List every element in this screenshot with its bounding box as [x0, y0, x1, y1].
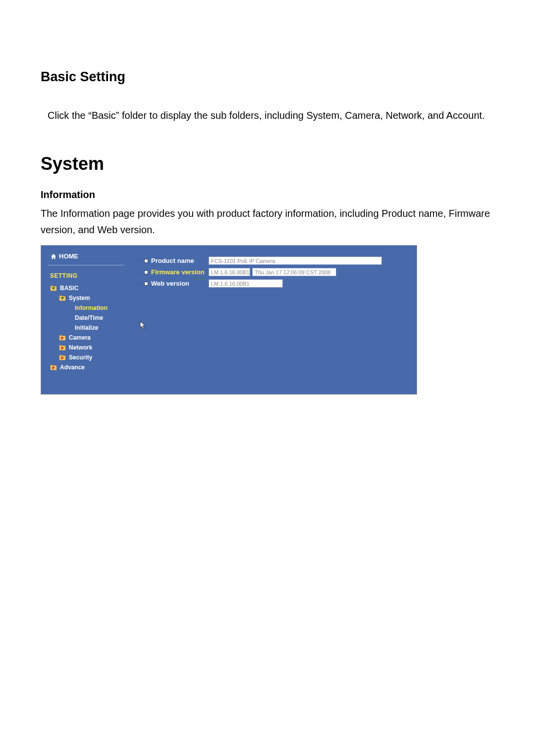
- row-product-name: Product name FCS-1101 PoE IP Camera: [144, 256, 411, 265]
- sidebar-item-network[interactable]: Network: [48, 343, 133, 353]
- firmware-version-label: Firmware version: [151, 268, 209, 276]
- basic-setting-paragraph: Click the “Basic” folder to display the …: [41, 107, 494, 124]
- sidebar-item-label: Network: [69, 344, 92, 351]
- system-heading: System: [41, 153, 494, 174]
- product-name-value: FCS-1101 PoE IP Camera: [209, 256, 382, 265]
- row-web-version: Web version LM.1.6.16.00B1: [144, 279, 411, 288]
- sidebar-item-information[interactable]: Information: [48, 303, 133, 313]
- web-version-value: LM.1.6.16.00B1: [209, 279, 283, 288]
- sidebar-item-label: Initialize: [75, 324, 98, 331]
- sidebar-divider: [48, 265, 124, 265]
- sidebar-item-basic[interactable]: BASIC: [48, 283, 133, 293]
- bullet-icon: [144, 270, 148, 274]
- folder-closed-icon: [59, 354, 66, 360]
- sidebar-item-security[interactable]: Security: [48, 353, 133, 362]
- web-version-label: Web version: [151, 280, 209, 287]
- sidebar-item-label: Advance: [60, 364, 85, 371]
- sidebar-item-label: Information: [75, 304, 107, 311]
- folder-open-icon: [59, 295, 66, 301]
- setting-label: SETTING: [48, 272, 133, 279]
- home-label: HOME: [59, 252, 78, 260]
- sidebar: HOME SETTING BASIC System Information Da…: [41, 246, 133, 394]
- mouse-cursor-icon: [140, 321, 147, 330]
- settings-screenshot: HOME SETTING BASIC System Information Da…: [41, 245, 417, 395]
- product-name-label: Product name: [151, 257, 209, 264]
- folder-closed-icon: [50, 364, 57, 370]
- sidebar-item-system[interactable]: System: [48, 293, 133, 303]
- content-panel: Product name FCS-1101 PoE IP Camera Firm…: [133, 246, 417, 394]
- bullet-icon: [144, 259, 148, 263]
- information-paragraph: The Information page provides you with p…: [41, 205, 494, 238]
- sidebar-item-datetime[interactable]: Date/Time: [48, 313, 133, 323]
- sidebar-item-label: System: [69, 295, 90, 302]
- firmware-version-value: LM.1.6.16.00B1: [209, 268, 250, 276]
- row-firmware-version: Firmware version LM.1.6.16.00B1 Thu Jan …: [144, 268, 411, 276]
- home-icon: [50, 253, 57, 259]
- bullet-icon: [144, 282, 148, 286]
- sidebar-item-label: Date/Time: [75, 314, 103, 321]
- sidebar-item-initialize[interactable]: Initialize: [48, 323, 133, 333]
- sidebar-item-camera[interactable]: Camera: [48, 333, 133, 343]
- home-link[interactable]: HOME: [48, 252, 133, 265]
- basic-setting-heading: Basic Setting: [41, 69, 494, 85]
- sidebar-item-label: Security: [69, 354, 92, 361]
- information-subheading: Information: [41, 189, 494, 201]
- folder-open-icon: [50, 285, 57, 291]
- sidebar-item-label: Camera: [69, 334, 91, 341]
- firmware-version-date: Thu Jan 17 12:06:09 CST 2008: [252, 268, 336, 276]
- folder-closed-icon: [59, 345, 66, 351]
- folder-closed-icon: [59, 335, 66, 341]
- sidebar-item-advance[interactable]: Advance: [48, 362, 133, 372]
- sidebar-item-label: BASIC: [60, 285, 78, 292]
